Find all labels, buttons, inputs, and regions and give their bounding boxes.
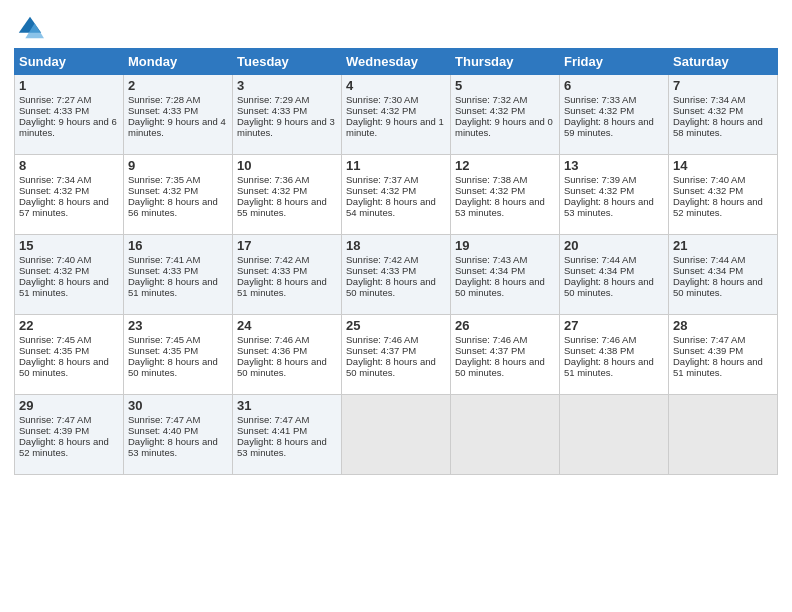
weekday-header-saturday: Saturday [669, 49, 778, 75]
sunrise: Sunrise: 7:47 AM [128, 414, 200, 425]
day-number: 15 [19, 238, 119, 253]
sunset: Sunset: 4:32 PM [455, 105, 525, 116]
daylight: Daylight: 8 hours and 58 minutes. [673, 116, 763, 138]
calendar-cell: 2Sunrise: 7:28 AMSunset: 4:33 PMDaylight… [124, 75, 233, 155]
day-number: 6 [564, 78, 664, 93]
day-number: 4 [346, 78, 446, 93]
sunset: Sunset: 4:35 PM [19, 345, 89, 356]
calendar-cell: 28Sunrise: 7:47 AMSunset: 4:39 PMDayligh… [669, 315, 778, 395]
day-number: 2 [128, 78, 228, 93]
sunset: Sunset: 4:36 PM [237, 345, 307, 356]
daylight: Daylight: 8 hours and 56 minutes. [128, 196, 218, 218]
sunrise: Sunrise: 7:47 AM [673, 334, 745, 345]
day-number: 12 [455, 158, 555, 173]
daylight: Daylight: 8 hours and 51 minutes. [564, 356, 654, 378]
calendar-week-row: 1Sunrise: 7:27 AMSunset: 4:33 PMDaylight… [15, 75, 778, 155]
daylight: Daylight: 8 hours and 51 minutes. [673, 356, 763, 378]
day-number: 1 [19, 78, 119, 93]
daylight: Daylight: 8 hours and 55 minutes. [237, 196, 327, 218]
day-number: 19 [455, 238, 555, 253]
sunrise: Sunrise: 7:45 AM [128, 334, 200, 345]
sunset: Sunset: 4:41 PM [237, 425, 307, 436]
sunset: Sunset: 4:39 PM [673, 345, 743, 356]
day-number: 21 [673, 238, 773, 253]
calendar-header: SundayMondayTuesdayWednesdayThursdayFrid… [15, 49, 778, 75]
day-number: 9 [128, 158, 228, 173]
day-number: 23 [128, 318, 228, 333]
daylight: Daylight: 9 hours and 4 minutes. [128, 116, 226, 138]
sunrise: Sunrise: 7:37 AM [346, 174, 418, 185]
sunrise: Sunrise: 7:40 AM [673, 174, 745, 185]
weekday-header-row: SundayMondayTuesdayWednesdayThursdayFrid… [15, 49, 778, 75]
weekday-header-tuesday: Tuesday [233, 49, 342, 75]
sunrise: Sunrise: 7:46 AM [346, 334, 418, 345]
sunrise: Sunrise: 7:44 AM [564, 254, 636, 265]
daylight: Daylight: 8 hours and 50 minutes. [564, 276, 654, 298]
calendar-cell: 12Sunrise: 7:38 AMSunset: 4:32 PMDayligh… [451, 155, 560, 235]
day-number: 3 [237, 78, 337, 93]
calendar-cell: 27Sunrise: 7:46 AMSunset: 4:38 PMDayligh… [560, 315, 669, 395]
day-number: 11 [346, 158, 446, 173]
sunrise: Sunrise: 7:30 AM [346, 94, 418, 105]
day-number: 24 [237, 318, 337, 333]
sunrise: Sunrise: 7:33 AM [564, 94, 636, 105]
sunrise: Sunrise: 7:34 AM [673, 94, 745, 105]
daylight: Daylight: 8 hours and 52 minutes. [19, 436, 109, 458]
calendar-table: SundayMondayTuesdayWednesdayThursdayFrid… [14, 48, 778, 475]
sunset: Sunset: 4:33 PM [128, 105, 198, 116]
calendar-cell: 22Sunrise: 7:45 AMSunset: 4:35 PMDayligh… [15, 315, 124, 395]
header [14, 10, 778, 42]
calendar-cell: 10Sunrise: 7:36 AMSunset: 4:32 PMDayligh… [233, 155, 342, 235]
sunset: Sunset: 4:32 PM [346, 105, 416, 116]
day-number: 25 [346, 318, 446, 333]
sunrise: Sunrise: 7:35 AM [128, 174, 200, 185]
sunrise: Sunrise: 7:46 AM [564, 334, 636, 345]
logo-icon [16, 14, 44, 42]
calendar-cell: 30Sunrise: 7:47 AMSunset: 4:40 PMDayligh… [124, 395, 233, 475]
sunset: Sunset: 4:33 PM [237, 105, 307, 116]
daylight: Daylight: 8 hours and 53 minutes. [237, 436, 327, 458]
sunset: Sunset: 4:34 PM [455, 265, 525, 276]
calendar-cell: 9Sunrise: 7:35 AMSunset: 4:32 PMDaylight… [124, 155, 233, 235]
page-container: SundayMondayTuesdayWednesdayThursdayFrid… [0, 0, 792, 485]
weekday-header-thursday: Thursday [451, 49, 560, 75]
sunset: Sunset: 4:32 PM [673, 185, 743, 196]
day-number: 8 [19, 158, 119, 173]
daylight: Daylight: 8 hours and 50 minutes. [346, 356, 436, 378]
day-number: 31 [237, 398, 337, 413]
sunrise: Sunrise: 7:38 AM [455, 174, 527, 185]
sunrise: Sunrise: 7:32 AM [455, 94, 527, 105]
sunset: Sunset: 4:35 PM [128, 345, 198, 356]
sunset: Sunset: 4:32 PM [346, 185, 416, 196]
sunrise: Sunrise: 7:44 AM [673, 254, 745, 265]
day-number: 13 [564, 158, 664, 173]
sunset: Sunset: 4:32 PM [19, 265, 89, 276]
sunrise: Sunrise: 7:46 AM [237, 334, 309, 345]
daylight: Daylight: 8 hours and 51 minutes. [19, 276, 109, 298]
calendar-cell: 17Sunrise: 7:42 AMSunset: 4:33 PMDayligh… [233, 235, 342, 315]
calendar-cell: 15Sunrise: 7:40 AMSunset: 4:32 PMDayligh… [15, 235, 124, 315]
day-number: 18 [346, 238, 446, 253]
daylight: Daylight: 8 hours and 53 minutes. [564, 196, 654, 218]
day-number: 29 [19, 398, 119, 413]
sunset: Sunset: 4:32 PM [128, 185, 198, 196]
logo [14, 14, 44, 42]
day-number: 27 [564, 318, 664, 333]
sunset: Sunset: 4:32 PM [237, 185, 307, 196]
calendar-cell [560, 395, 669, 475]
daylight: Daylight: 9 hours and 1 minute. [346, 116, 444, 138]
day-number: 14 [673, 158, 773, 173]
daylight: Daylight: 9 hours and 6 minutes. [19, 116, 117, 138]
weekday-header-wednesday: Wednesday [342, 49, 451, 75]
daylight: Daylight: 8 hours and 53 minutes. [455, 196, 545, 218]
calendar-week-row: 15Sunrise: 7:40 AMSunset: 4:32 PMDayligh… [15, 235, 778, 315]
day-number: 26 [455, 318, 555, 333]
sunrise: Sunrise: 7:43 AM [455, 254, 527, 265]
sunset: Sunset: 4:32 PM [673, 105, 743, 116]
sunrise: Sunrise: 7:29 AM [237, 94, 309, 105]
calendar-cell: 4Sunrise: 7:30 AMSunset: 4:32 PMDaylight… [342, 75, 451, 155]
daylight: Daylight: 8 hours and 50 minutes. [128, 356, 218, 378]
sunset: Sunset: 4:39 PM [19, 425, 89, 436]
calendar-cell: 16Sunrise: 7:41 AMSunset: 4:33 PMDayligh… [124, 235, 233, 315]
sunrise: Sunrise: 7:39 AM [564, 174, 636, 185]
